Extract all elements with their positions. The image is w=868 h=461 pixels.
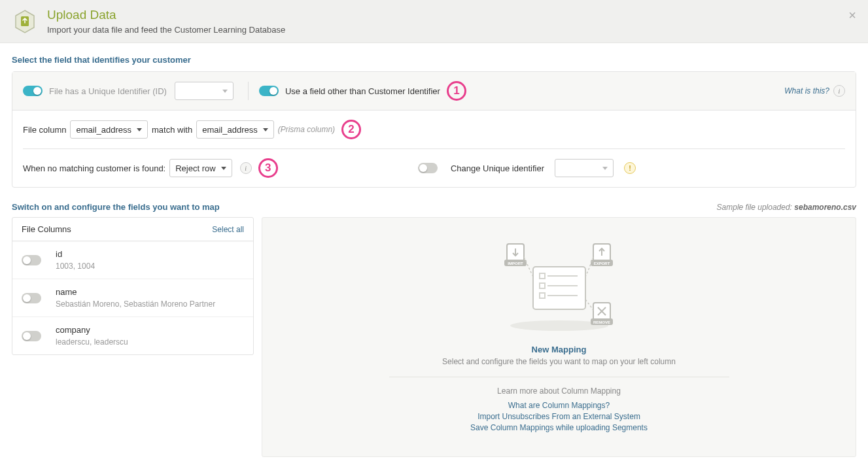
select-all-link[interactable]: Select all (212, 225, 244, 234)
empty-subtitle: Select and configure the fields you want… (288, 357, 829, 366)
upload-icon (12, 9, 38, 35)
unique-id-toggle[interactable] (23, 86, 43, 96)
page-header: Upload Data Import your data file and fe… (0, 0, 868, 43)
annotation-1: 1 (447, 81, 466, 101)
column-name: company (56, 325, 128, 335)
divider (389, 377, 729, 377)
what-is-this-link[interactable]: What is this? (784, 86, 829, 95)
column-name: name (56, 287, 215, 297)
annotation-3: 3 (258, 158, 278, 178)
column-toggle-name[interactable] (22, 293, 41, 303)
warning-icon[interactable]: ! (624, 162, 636, 174)
no-match-label: When no matching customer is found: (23, 163, 165, 173)
column-toggle-company[interactable] (22, 331, 41, 341)
page-subtitle: Import your data file and feed the Custo… (47, 25, 285, 35)
unique-id-label: File has a Unique Identifier (ID) (49, 86, 167, 96)
change-uid-toggle[interactable] (418, 163, 438, 173)
identity-panel: File has a Unique Identifier (ID) Use a … (12, 71, 856, 188)
svg-text:IMPORT: IMPORT (508, 262, 523, 265)
svg-text:REMOVE: REMOVE (593, 320, 610, 324)
file-column-row: company leaderscu, leaderscu (12, 317, 253, 354)
page-title: Upload Data (47, 8, 285, 22)
svg-text:EXPORT: EXPORT (593, 262, 610, 265)
prisma-column-select[interactable]: email_address (196, 120, 274, 139)
other-field-label: Use a field other than Customer Identifi… (285, 86, 440, 96)
divider (248, 82, 249, 100)
prisma-column-value: email_address (202, 125, 258, 135)
help-link[interactable]: Import Unsubscribes From an External Sys… (288, 412, 829, 421)
change-uid-select[interactable] (555, 159, 614, 177)
file-columns-title: File Columns (22, 224, 71, 234)
help-link[interactable]: Save Column Mappings while uploading Seg… (288, 423, 829, 432)
file-column-row: name Sebastián Moreno, Sebastián Moreno … (12, 279, 253, 317)
identity-section-title: Select the field that identifies your cu… (12, 55, 856, 65)
annotation-2: 2 (341, 120, 361, 139)
file-column-select[interactable]: email_address (70, 120, 148, 139)
info-icon[interactable]: i (240, 162, 252, 174)
help-link[interactable]: What are Column Mappings? (288, 401, 829, 410)
prisma-hint: (Prisma column) (278, 125, 335, 134)
mapping-illustration: IMPORT EXPORT REMOVE (494, 237, 625, 335)
column-sample: leaderscu, leaderscu (56, 337, 128, 347)
empty-title: New Mapping (288, 345, 829, 354)
no-match-select[interactable]: Reject row (169, 159, 232, 177)
close-icon[interactable]: × (848, 8, 856, 23)
learn-more-label: Learn more about Column Mapping (288, 386, 829, 396)
file-column-label: File column (23, 125, 66, 135)
mapping-empty-state: IMPORT EXPORT REMOVE (262, 217, 856, 457)
column-toggle-id[interactable] (22, 255, 41, 265)
column-sample: Sebastián Moreno, Sebastián Moreno Partn… (56, 299, 215, 309)
column-name: id (56, 249, 95, 259)
unique-id-select[interactable] (175, 82, 234, 100)
no-match-value: Reject row (175, 163, 215, 173)
sample-file-info: Sample file uploaded: sebamoreno.csv (717, 203, 856, 212)
change-uid-label: Change Unique identifier (451, 163, 544, 173)
other-field-toggle[interactable] (259, 86, 279, 96)
match-with-label: match with (152, 125, 192, 135)
file-column-value: email_address (76, 125, 131, 135)
mapping-section-title: Switch on and configure the fields you w… (12, 202, 220, 212)
info-icon[interactable]: i (833, 85, 845, 97)
column-sample: 1003, 1004 (56, 262, 95, 271)
file-column-row: id 1003, 1004 (12, 241, 253, 279)
file-columns-panel: File Columns Select all id 1003, 1004 na… (12, 217, 254, 355)
